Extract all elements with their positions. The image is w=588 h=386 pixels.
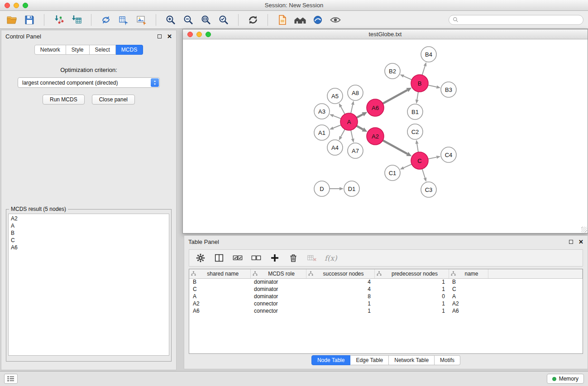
- table-cell[interactable]: 1: [374, 300, 449, 307]
- mcds-result-item[interactable]: A: [11, 222, 167, 229]
- column-tree-icon: [377, 271, 382, 277]
- table-cell[interactable]: 4: [306, 278, 374, 286]
- open-document-icon[interactable]: [275, 13, 290, 27]
- column-header-mcds-role[interactable]: MCDS role: [250, 269, 306, 278]
- import-table-file-icon[interactable]: [69, 13, 84, 27]
- delete-table-icon[interactable]: [306, 252, 318, 264]
- refresh-layout-icon[interactable]: [246, 13, 260, 27]
- close-panel-icon[interactable]: [167, 33, 172, 40]
- table-cell[interactable]: A2: [449, 300, 488, 307]
- mcds-result-item[interactable]: B: [11, 229, 167, 237]
- table-tab-motifs[interactable]: Motifs: [435, 355, 460, 365]
- table-cell[interactable]: 0: [374, 293, 449, 300]
- column-visibility-icon[interactable]: [213, 252, 225, 264]
- table-cell[interactable]: 8: [306, 293, 374, 300]
- table-cell[interactable]: 1: [306, 307, 374, 315]
- column-header-name[interactable]: name: [449, 269, 488, 278]
- table-cell[interactable]: connector: [250, 300, 306, 307]
- resize-grip[interactable]: [581, 227, 587, 233]
- table-cell[interactable]: A: [189, 293, 250, 300]
- table-cell[interactable]: dominator: [250, 293, 306, 300]
- table-cell[interactable]: B: [449, 278, 488, 286]
- search-input[interactable]: [461, 17, 579, 23]
- control-panel-title: Control Panel: [5, 33, 41, 40]
- graph-node-label: B2: [389, 68, 396, 75]
- table-cell[interactable]: A6: [189, 307, 250, 315]
- table-tab-network-table[interactable]: Network Table: [389, 355, 435, 365]
- zoom-out-icon[interactable]: [181, 13, 196, 27]
- mcds-result-item[interactable]: A2: [11, 215, 167, 222]
- deselect-all-rows-icon[interactable]: [250, 252, 262, 264]
- edge-arrow-icon: [339, 103, 342, 108]
- table-cell[interactable]: 1: [374, 278, 449, 286]
- delete-row-icon[interactable]: [287, 252, 299, 264]
- birds-eye-view-icon[interactable]: [328, 13, 343, 27]
- select-stepper-icon: [151, 78, 159, 87]
- open-session-icon[interactable]: [5, 13, 19, 27]
- home-view-icon[interactable]: [293, 13, 307, 27]
- network-close-button[interactable]: [187, 32, 193, 37]
- column-header-successor-nodes[interactable]: successor nodes: [306, 269, 374, 278]
- table-cell[interactable]: connector: [250, 307, 306, 315]
- run-mcds-button[interactable]: Run MCDS: [43, 95, 85, 105]
- memory-button[interactable]: Memory: [547, 374, 584, 384]
- table-cell[interactable]: 1: [306, 300, 374, 307]
- table-cell[interactable]: A6: [449, 307, 488, 315]
- table-toolbar: f(x): [189, 249, 583, 267]
- graph-node-label: A4: [331, 144, 339, 151]
- graphics-details-icon[interactable]: [311, 13, 325, 27]
- float-panel-icon[interactable]: [158, 34, 162, 38]
- table-cell[interactable]: dominator: [250, 286, 306, 293]
- mcds-result-title: MCDS result (5 nodes): [9, 206, 68, 212]
- graph-node-label: D1: [348, 186, 356, 192]
- table-cell[interactable]: C: [189, 286, 250, 293]
- task-history-button[interactable]: [4, 374, 18, 384]
- table-row[interactable]: Bdominator41B: [189, 278, 583, 286]
- mcds-result-item[interactable]: A6: [11, 244, 167, 251]
- minimize-window-button[interactable]: [14, 3, 19, 8]
- table-row[interactable]: A6connector11A6: [189, 307, 583, 315]
- search-box[interactable]: [449, 15, 583, 25]
- column-header-shared-name[interactable]: shared name: [189, 269, 250, 278]
- export-image-icon[interactable]: [134, 13, 148, 27]
- table-row[interactable]: Cdominator41C: [189, 286, 583, 293]
- tab-mcds[interactable]: MCDS: [116, 45, 143, 55]
- tab-style[interactable]: Style: [66, 45, 90, 55]
- table-row[interactable]: Adominator80A: [189, 293, 583, 300]
- column-header-predecessor-nodes[interactable]: predecessor nodes: [374, 269, 449, 278]
- zoom-in-icon[interactable]: [163, 13, 178, 27]
- table-tab-edge-table[interactable]: Edge Table: [350, 355, 389, 365]
- float-table-panel-icon[interactable]: [569, 240, 573, 244]
- table-settings-gear-icon[interactable]: [195, 252, 206, 264]
- fx-function-icon[interactable]: f(x): [325, 254, 337, 262]
- table-cell[interactable]: 1: [374, 286, 449, 293]
- table-cell[interactable]: A: [449, 293, 488, 300]
- import-network-file-icon[interactable]: [52, 13, 66, 27]
- tab-network[interactable]: Network: [34, 45, 66, 55]
- table-cell[interactable]: A2: [189, 300, 250, 307]
- network-canvas[interactable]: B4B2BB3B1A5A8A6A3AA1A2C2A4A7C4CC1C3DD1: [183, 39, 588, 233]
- network-zoom-button[interactable]: [206, 32, 211, 37]
- close-table-panel-icon[interactable]: [578, 238, 583, 245]
- zoom-selected-icon[interactable]: [216, 13, 231, 27]
- table-cell[interactable]: C: [449, 286, 488, 293]
- save-session-icon[interactable]: [22, 13, 37, 27]
- table-cell[interactable]: B: [189, 278, 250, 286]
- close-panel-button[interactable]: Close panel: [92, 95, 135, 105]
- add-row-icon[interactable]: [269, 252, 281, 264]
- zoom-window-button[interactable]: [23, 3, 28, 8]
- table-cell[interactable]: 1: [374, 307, 449, 315]
- table-tab-node-table[interactable]: Node Table: [311, 355, 351, 365]
- table-cell[interactable]: 4: [306, 286, 374, 293]
- select-all-rows-icon[interactable]: [232, 252, 244, 264]
- new-table-icon[interactable]: [116, 13, 131, 27]
- table-cell[interactable]: dominator: [250, 278, 306, 286]
- table-row[interactable]: A2connector11A2: [189, 300, 583, 307]
- zoom-fit-icon[interactable]: [199, 13, 213, 27]
- optimization-criterion-select[interactable]: largest connected component (directed): [18, 77, 160, 88]
- mcds-result-item[interactable]: C: [11, 237, 167, 244]
- close-window-button[interactable]: [5, 3, 10, 8]
- new-network-icon[interactable]: [99, 13, 113, 27]
- network-minimize-button[interactable]: [196, 32, 202, 37]
- tab-select[interactable]: Select: [90, 45, 116, 55]
